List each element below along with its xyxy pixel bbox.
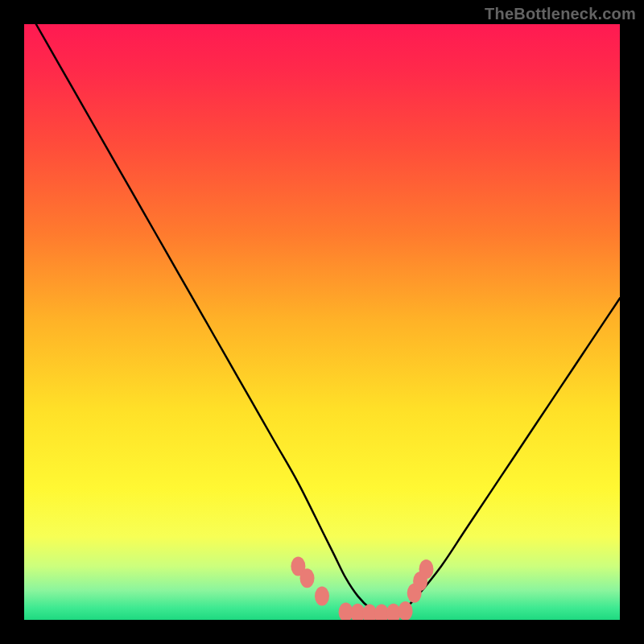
plot-area (24, 24, 620, 620)
highlight-dot (315, 586, 329, 605)
highlight-dot (300, 568, 315, 588)
highlight-dot (419, 559, 434, 579)
chart-container: TheBottleneck.com (0, 0, 644, 644)
watermark-text: TheBottleneck.com (485, 5, 636, 23)
bottleneck-chart (24, 24, 620, 620)
highlight-dot (398, 601, 413, 620)
